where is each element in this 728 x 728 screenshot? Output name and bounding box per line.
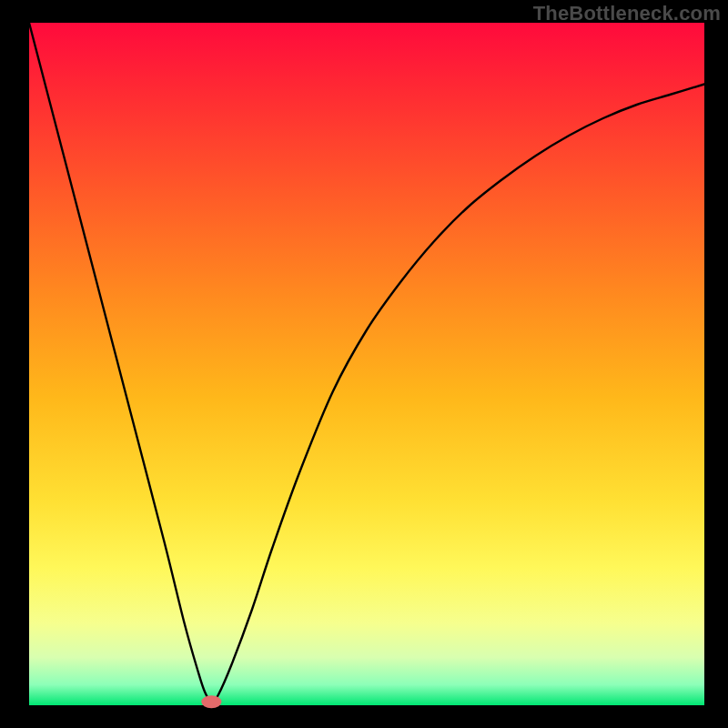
bottleneck-chart xyxy=(0,0,728,728)
plot-background xyxy=(29,23,704,705)
watermark-text: TheBottleneck.com xyxy=(533,2,721,25)
optimum-marker xyxy=(201,695,221,708)
chart-container: TheBottleneck.com xyxy=(0,0,728,728)
